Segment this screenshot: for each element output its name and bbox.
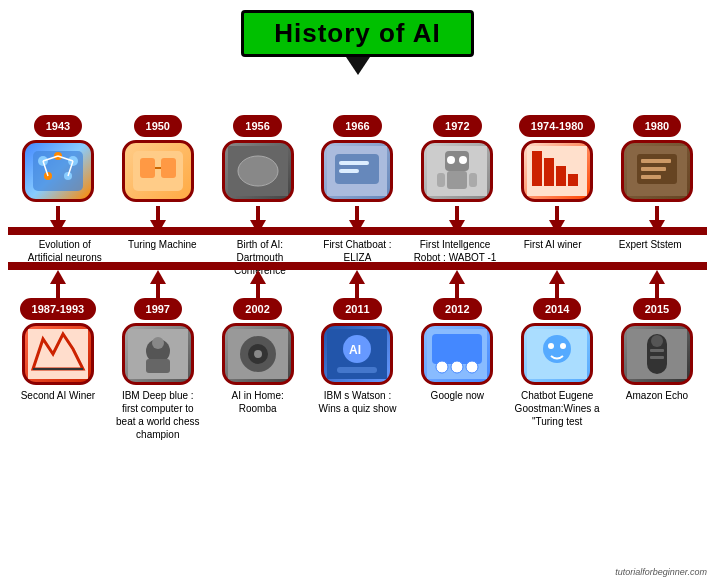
svg-rect-19 bbox=[339, 169, 359, 173]
title-area: History of AI bbox=[8, 10, 707, 75]
svg-rect-29 bbox=[544, 158, 554, 186]
stem bbox=[355, 206, 359, 220]
arrow-up-icon bbox=[349, 270, 365, 284]
timeline-item-row1-5: 1974-1980 bbox=[513, 86, 601, 234]
arrow-up-icon bbox=[50, 270, 66, 284]
arrow-up-icon bbox=[649, 270, 665, 284]
svg-point-54 bbox=[436, 361, 448, 373]
svg-rect-35 bbox=[641, 167, 666, 171]
svg-text:AI: AI bbox=[349, 343, 361, 357]
caption-row2-4: Google now bbox=[431, 389, 484, 402]
stem bbox=[555, 284, 559, 298]
caption-row2-3: IBM s Watson : Wins a quiz show bbox=[313, 389, 401, 415]
timeline-item-row1-3: 1966 bbox=[313, 86, 401, 234]
row2-wrapper: 1987-1993 Second AI Winer 1997 IBM Deep … bbox=[8, 262, 707, 442]
svg-rect-64 bbox=[650, 349, 664, 352]
caption-row2-2: AI in Home: Roomba bbox=[214, 389, 302, 415]
year-badge: 1950 bbox=[134, 115, 182, 137]
bottom-row: 1987-1993 Second AI Winer 1997 IBM Deep … bbox=[8, 262, 707, 417]
stem bbox=[455, 206, 459, 220]
stem bbox=[655, 206, 659, 220]
item-image bbox=[421, 140, 493, 202]
page-container: History of AI 1943 1950 bbox=[0, 0, 715, 581]
svg-rect-31 bbox=[568, 174, 578, 186]
timeline-item-row1-2: 1956 bbox=[214, 86, 302, 234]
item-image bbox=[122, 140, 194, 202]
timeline-item-row1-1: 1950 bbox=[114, 86, 202, 234]
stem bbox=[56, 206, 60, 220]
svg-rect-51 bbox=[337, 367, 377, 373]
year-badge: 2011 bbox=[333, 298, 381, 320]
caption-row2-0: Second AI Winer bbox=[21, 389, 95, 402]
svg-rect-26 bbox=[469, 173, 477, 187]
svg-rect-25 bbox=[437, 173, 445, 187]
svg-point-47 bbox=[254, 350, 262, 358]
timeline-item-row1-4: 1972 bbox=[413, 86, 501, 234]
svg-rect-36 bbox=[641, 175, 661, 179]
svg-rect-65 bbox=[650, 356, 664, 359]
year-badge: 2002 bbox=[233, 298, 281, 320]
item-image bbox=[22, 140, 94, 202]
caption-row2-1: IBM Deep blue : first computer to beat a… bbox=[114, 389, 202, 441]
svg-rect-30 bbox=[556, 166, 566, 186]
svg-point-22 bbox=[447, 156, 455, 164]
svg-rect-24 bbox=[447, 171, 467, 189]
year-badge: 1956 bbox=[233, 115, 281, 137]
title-box: History of AI bbox=[241, 10, 474, 57]
svg-point-55 bbox=[451, 361, 463, 373]
year-badge: 1974-1980 bbox=[519, 115, 596, 137]
year-badge: 2014 bbox=[533, 298, 581, 320]
stem bbox=[655, 284, 659, 298]
item-image bbox=[421, 323, 493, 385]
svg-point-60 bbox=[560, 343, 566, 349]
item-image bbox=[122, 323, 194, 385]
year-badge: 1980 bbox=[633, 115, 681, 137]
item-image bbox=[22, 323, 94, 385]
row1-wrapper: 1943 1950 1956 bbox=[8, 79, 707, 254]
svg-rect-28 bbox=[532, 151, 542, 186]
svg-point-56 bbox=[466, 361, 478, 373]
year-badge: 2012 bbox=[433, 298, 481, 320]
timeline-item-row2-1: 1997 IBM Deep blue : first computer to b… bbox=[114, 270, 202, 441]
year-badge: 2015 bbox=[633, 298, 681, 320]
year-badge: 1972 bbox=[433, 115, 481, 137]
item-image bbox=[621, 140, 693, 202]
timeline-item-row2-0: 1987-1993 Second AI Winer bbox=[14, 270, 102, 402]
stem bbox=[156, 206, 160, 220]
watermark: tutorialforbeginner.com bbox=[615, 567, 707, 577]
page-title: History of AI bbox=[274, 18, 441, 48]
svg-rect-11 bbox=[140, 158, 155, 178]
item-image bbox=[222, 323, 294, 385]
svg-point-63 bbox=[651, 335, 663, 347]
item-image: AI bbox=[321, 323, 393, 385]
title-arrow-icon bbox=[346, 57, 370, 75]
item-image bbox=[222, 140, 294, 202]
year-badge: 1943 bbox=[34, 115, 82, 137]
stem bbox=[256, 284, 260, 298]
timeline-item-row2-3: 2011 AI IBM s Watson : Wins a quiz show bbox=[313, 270, 401, 415]
item-image bbox=[521, 323, 593, 385]
timeline-item-row1-6: 1980 bbox=[613, 86, 701, 234]
arrow-up-icon bbox=[549, 270, 565, 284]
svg-rect-12 bbox=[161, 158, 176, 178]
svg-point-59 bbox=[548, 343, 554, 349]
stem bbox=[555, 206, 559, 220]
timeline-line-1 bbox=[8, 227, 707, 235]
item-image bbox=[621, 323, 693, 385]
timeline-item-row2-4: 2012 Google now bbox=[413, 270, 501, 402]
svg-rect-53 bbox=[432, 334, 482, 364]
timeline-item-row1-0: 1943 bbox=[14, 86, 102, 234]
caption-row2-5: Chatbot Eugene Goostman:Wines a "Turing … bbox=[513, 389, 601, 428]
caption-row2-6: Amazon Echo bbox=[626, 389, 688, 402]
year-badge: 1966 bbox=[333, 115, 381, 137]
arrow-up-icon bbox=[250, 270, 266, 284]
timeline-item-row2-2: 2002 AI in Home: Roomba bbox=[214, 270, 302, 415]
svg-point-23 bbox=[459, 156, 467, 164]
stem bbox=[56, 284, 60, 298]
timeline-item-row2-5: 2014 Chatbot Eugene Goostman:Wines a "Tu… bbox=[513, 270, 601, 428]
year-badge: 1997 bbox=[134, 298, 182, 320]
stem bbox=[455, 284, 459, 298]
stem bbox=[156, 284, 160, 298]
arrow-up-icon bbox=[449, 270, 465, 284]
arrow-up-icon bbox=[150, 270, 166, 284]
